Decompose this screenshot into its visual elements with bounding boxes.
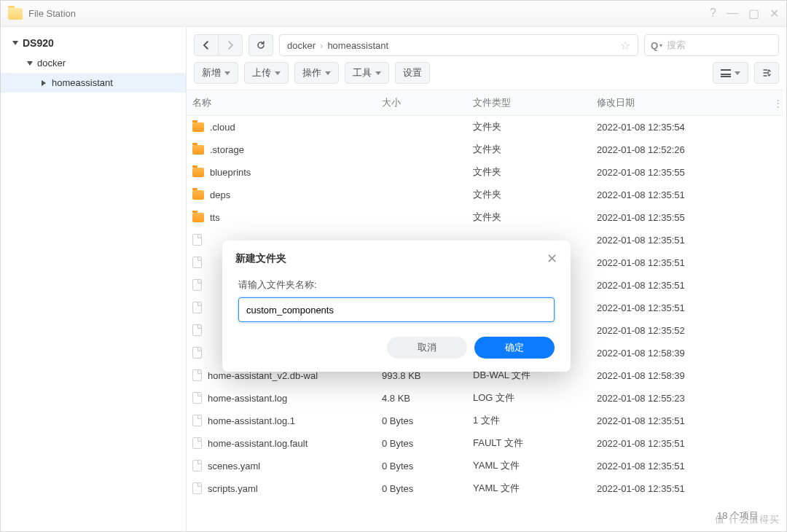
file-name: scenes.yaml: [208, 461, 260, 472]
folder-name-input[interactable]: [238, 297, 555, 322]
upload-button[interactable]: 上传: [244, 62, 289, 84]
file-name: scripts.yaml: [208, 483, 258, 494]
chevron-down-icon: ▾: [659, 42, 662, 49]
file-type: 文件夹: [467, 116, 591, 138]
toolbar: docker › homeassistant ☆ Q ▾ 搜索 新增 上传 操作: [187, 27, 786, 84]
table-row[interactable]: .storage文件夹2022-01-08 12:52:26: [187, 138, 783, 161]
col-modified[interactable]: 修改日期: [591, 90, 767, 116]
table-row[interactable]: blueprints文件夹2022-01-08 12:35:55: [187, 161, 783, 184]
chevron-right-icon: [226, 41, 235, 50]
breadcrumb-separator-icon: ›: [320, 40, 323, 51]
cancel-button[interactable]: 取消: [387, 337, 467, 359]
file-icon: [192, 482, 202, 494]
breadcrumb[interactable]: docker › homeassistant ☆: [279, 34, 638, 56]
folder-icon: [192, 213, 204, 222]
nav-group: [194, 34, 243, 56]
chevron-down-icon: [12, 41, 18, 45]
file-size: [376, 206, 467, 229]
table-row[interactable]: home-assistant.log.fault0 BytesFAULT 文件2…: [187, 432, 783, 455]
file-name: home-assistant.log.1: [208, 415, 295, 426]
chevron-down-icon: [735, 71, 740, 75]
col-menu-icon[interactable]: ⋮: [767, 90, 783, 116]
refresh-button[interactable]: [248, 34, 273, 56]
favorite-star-icon[interactable]: ☆: [620, 39, 630, 52]
sidebar-root[interactable]: DS920: [1, 33, 186, 53]
file-type: 1 文件: [467, 410, 591, 432]
file-icon: [192, 369, 202, 381]
file-name: home-assistant.log: [208, 393, 287, 404]
sidebar-item-docker[interactable]: docker: [1, 53, 186, 73]
file-modified: 2022-01-08 12:58:39: [591, 364, 767, 387]
dialog-close-icon[interactable]: ✕: [547, 251, 557, 267]
table-row[interactable]: scripts.yaml0 BytesYAML 文件2022-01-08 12:…: [187, 477, 783, 500]
file-modified: 2022-01-08 12:35:54: [591, 116, 767, 138]
forward-button[interactable]: [218, 34, 243, 56]
file-modified: 2022-01-08 12:35:51: [591, 229, 767, 251]
table-row[interactable]: home-assistant.log4.8 KBLOG 文件2022-01-08…: [187, 387, 783, 410]
file-type: 文件夹: [467, 161, 591, 184]
back-button[interactable]: [194, 34, 219, 56]
file-type: 文件夹: [467, 206, 591, 229]
action-button[interactable]: 操作: [294, 62, 339, 84]
list-view-icon: [721, 69, 731, 77]
chevron-down-icon: [275, 71, 281, 75]
search-placeholder: 搜索: [667, 39, 686, 52]
minimize-icon[interactable]: —: [727, 7, 738, 20]
file-size: 0 Bytes: [376, 410, 467, 432]
col-name[interactable]: 名称: [187, 90, 376, 116]
table-row[interactable]: scenes.yaml0 BytesYAML 文件2022-01-08 12:3…: [187, 455, 783, 477]
col-size[interactable]: 大小: [376, 90, 467, 116]
breadcrumb-part[interactable]: homeassistant: [327, 40, 388, 51]
file-modified: 2022-01-08 12:35:51: [591, 274, 767, 297]
chevron-down-icon: [325, 71, 331, 75]
table-row[interactable]: tts文件夹2022-01-08 12:35:55: [187, 206, 783, 229]
sidebar: DS920 docker homeassistant: [1, 27, 187, 531]
tools-button[interactable]: 工具: [345, 62, 389, 84]
window-controls: ? — ▢ ✕: [710, 7, 779, 20]
table-row[interactable]: .cloud文件夹2022-01-08 12:35:54: [187, 116, 783, 138]
ok-button[interactable]: 确定: [474, 337, 555, 359]
file-size: [376, 138, 467, 161]
chevron-down-icon: [375, 71, 381, 75]
file-icon: [192, 392, 202, 404]
table-row[interactable]: deps文件夹2022-01-08 12:35:51: [187, 184, 783, 206]
file-icon: [192, 437, 202, 449]
file-icon: [192, 302, 202, 313]
file-modified: 2022-01-08 12:55:23: [591, 387, 767, 410]
help-icon[interactable]: ?: [710, 7, 716, 20]
file-icon: [192, 324, 202, 336]
refresh-icon: [257, 41, 265, 50]
file-modified: 2022-01-08 12:35:51: [591, 184, 767, 206]
table-row[interactable]: home-assistant.log.10 Bytes1 文件2022-01-0…: [187, 410, 783, 432]
file-type: FAULT 文件: [467, 432, 591, 455]
breadcrumb-part[interactable]: docker: [287, 40, 316, 51]
folder-icon: [192, 145, 204, 154]
file-modified: 2022-01-08 12:35:55: [591, 161, 767, 184]
titlebar: File Station ? — ▢ ✕: [1, 1, 786, 27]
chevron-left-icon: [202, 41, 211, 50]
search-box[interactable]: Q ▾ 搜索: [644, 34, 779, 56]
file-modified: 2022-01-08 12:52:26: [591, 138, 767, 161]
sidebar-item-homeassistant[interactable]: homeassistant: [1, 73, 186, 93]
file-modified: 2022-01-08 12:35:55: [591, 206, 767, 229]
folder-icon: [192, 122, 204, 132]
settings-button[interactable]: 设置: [395, 62, 430, 84]
file-type: LOG 文件: [467, 387, 591, 410]
file-modified: 2022-01-08 12:58:39: [591, 342, 767, 364]
close-icon[interactable]: ✕: [770, 7, 779, 20]
col-type[interactable]: 文件类型: [467, 90, 591, 116]
file-type: YAML 文件: [467, 455, 591, 477]
chevron-down-icon: [27, 61, 33, 66]
sort-button[interactable]: [754, 62, 779, 84]
sidebar-item-label: docker: [37, 58, 66, 69]
file-size: [376, 184, 467, 206]
sort-icon: [761, 68, 772, 78]
view-mode-button[interactable]: [713, 62, 748, 84]
file-size: 4.8 KB: [376, 387, 467, 410]
maximize-icon[interactable]: ▢: [748, 7, 759, 20]
new-button[interactable]: 新增: [194, 62, 238, 84]
file-size: 0 Bytes: [376, 477, 467, 500]
app-folder-icon: [8, 8, 23, 20]
item-count: 18 个项目: [713, 508, 763, 524]
file-name: blueprints: [210, 167, 251, 178]
